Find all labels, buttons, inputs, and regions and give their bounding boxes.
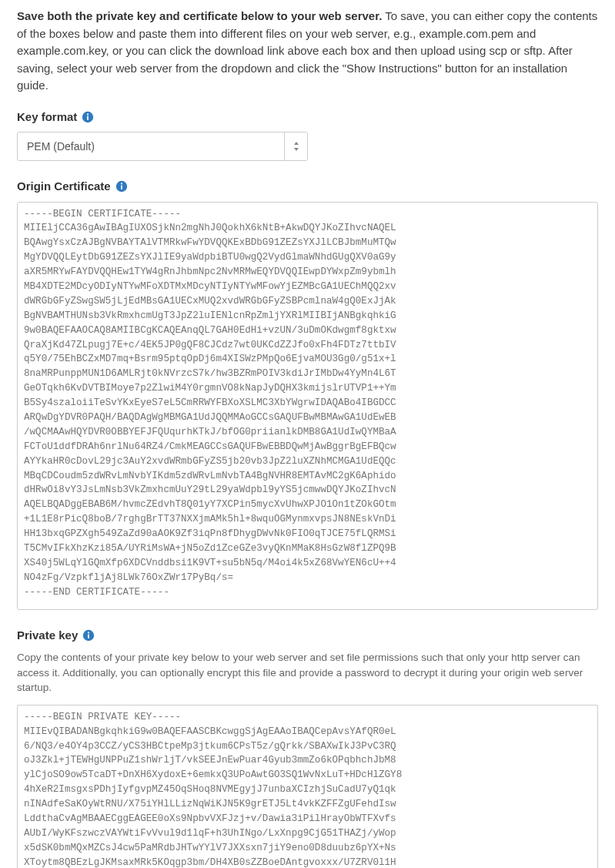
private-key-label-row: Private key (17, 627, 598, 645)
private-key-box[interactable]: -----BEGIN PRIVATE KEY----- MIIEvQIBADAN… (17, 705, 598, 868)
key-format-value: PEM (Default) (18, 132, 284, 160)
info-circle-icon[interactable] (82, 629, 95, 642)
svg-rect-7 (88, 634, 89, 638)
private-key-label: Private key (17, 627, 78, 645)
svg-point-2 (87, 113, 89, 115)
svg-rect-1 (87, 116, 89, 119)
intro-paragraph: Save both the private key and certificat… (17, 8, 598, 95)
origin-cert-content: -----BEGIN CERTIFICATE----- MIIEljCCA36g… (24, 207, 591, 600)
svg-point-8 (88, 632, 89, 633)
info-circle-icon[interactable] (115, 180, 128, 193)
info-circle-icon[interactable] (82, 111, 94, 123)
key-format-label-row: Key format (17, 109, 598, 126)
origin-cert-label-row: Origin Certificate (17, 178, 598, 196)
intro-bold: Save both the private key and certificat… (17, 9, 382, 22)
svg-point-5 (121, 183, 122, 185)
chevron-up-down-icon (284, 132, 307, 160)
origin-cert-box[interactable]: -----BEGIN CERTIFICATE----- MIIEljCCA36g… (17, 202, 598, 610)
key-format-label: Key format (17, 109, 77, 126)
svg-rect-4 (121, 186, 122, 189)
origin-cert-label: Origin Certificate (17, 178, 111, 196)
private-key-content: -----BEGIN PRIVATE KEY----- MIIEvQIBADAN… (24, 710, 591, 868)
key-format-select[interactable]: PEM (Default) (17, 132, 308, 161)
private-key-help: Copy the contents of your private key be… (17, 650, 598, 695)
key-format-select-wrap: PEM (Default) (17, 132, 308, 161)
